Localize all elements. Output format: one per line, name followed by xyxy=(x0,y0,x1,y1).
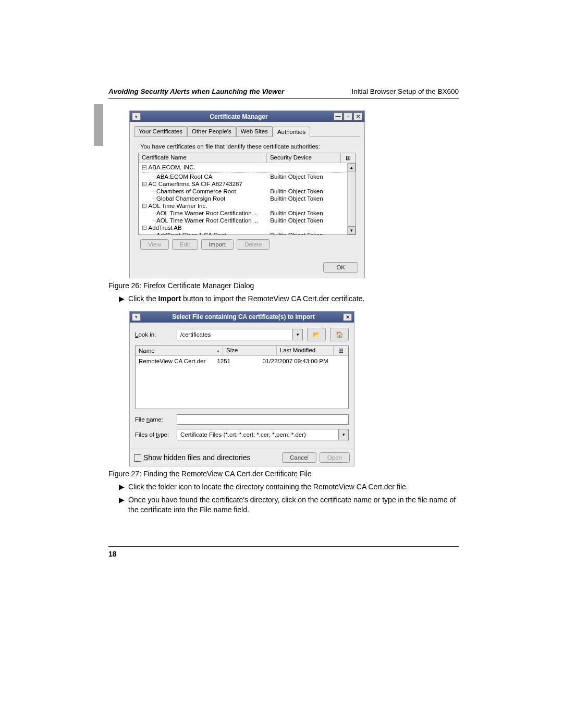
col-cert-name[interactable]: Certificate Name xyxy=(139,153,267,163)
cert-security: Builtin Object Token xyxy=(270,209,352,217)
header-left: Avoiding Security Alerts when Launching … xyxy=(108,88,284,95)
cm-title: Certificate Manager xyxy=(144,113,334,120)
close-icon[interactable]: ✕ xyxy=(353,113,362,120)
col-file-name[interactable]: Name▴ xyxy=(136,346,223,355)
col-config-icon[interactable]: ⊞ xyxy=(334,346,348,355)
home-icon: 🏠 xyxy=(336,331,343,338)
cert-name: Chambers of Commerce Root xyxy=(142,188,270,195)
sort-asc-icon: ▴ xyxy=(217,348,219,353)
page-header: Avoiding Security Alerts when Launching … xyxy=(108,88,459,99)
cm-tabs: Your Certificates Other People's Web Sit… xyxy=(134,126,360,137)
fd-title: Select File containing CA certificate(s)… xyxy=(144,313,343,320)
tab-other-peoples[interactable]: Other People's xyxy=(187,126,236,137)
bullet-icon: ▶ xyxy=(119,482,128,492)
file-open-dialog: ▾ Select File containing CA certificate(… xyxy=(129,311,354,466)
page-footer: 18 xyxy=(108,546,459,558)
view-button[interactable]: View xyxy=(140,239,169,250)
scroll-down-icon[interactable]: ▾ xyxy=(348,226,356,235)
filename-input[interactable] xyxy=(177,414,349,425)
cert-row[interactable]: AC Camerfirma SA CIF A82743287 xyxy=(139,180,356,188)
file-row[interactable]: RemoteView CA Cert.der125101/22/2007 09:… xyxy=(136,357,348,365)
file-size: 1251 xyxy=(217,357,262,365)
file-name: RemoteView CA Cert.der xyxy=(139,357,217,365)
cert-security: Builtin Object Token xyxy=(270,195,352,202)
window-menu-icon[interactable]: ▾ xyxy=(132,313,141,321)
bullet-icon: ▶ xyxy=(119,495,128,515)
cert-name: AOL Time Warner Inc. xyxy=(142,202,260,209)
window-menu-icon[interactable]: ▾ xyxy=(132,113,141,120)
filetype-value: Certificate Files (*.crt; *.cert; *.cer;… xyxy=(177,431,338,438)
show-hidden-checkbox[interactable]: Show hidden files and directories xyxy=(134,453,250,462)
figure-27-caption: Figure 27: Finding the RemoteView CA Cer… xyxy=(108,470,459,478)
cert-name: Global Chambersign Root xyxy=(142,195,270,202)
fd-titlebar: ▾ Select File containing CA certificate(… xyxy=(130,312,354,323)
cert-name: AddTrust AB xyxy=(142,224,260,231)
edit-button[interactable]: Edit xyxy=(172,239,198,250)
cert-name: ABA.ECOM, INC. xyxy=(142,164,260,171)
up-folder-button[interactable]: 📂 xyxy=(307,328,326,341)
cm-instruction: You have certificates on file that ident… xyxy=(140,143,354,150)
bullet-3-text: Once you have found the certificate's di… xyxy=(128,495,459,515)
cert-security: Builtin Object Token xyxy=(270,231,352,235)
cm-scrollbar[interactable]: ▴ ▾ xyxy=(347,163,356,235)
bullet-2-text: Click the folder icon to locate the dire… xyxy=(128,482,459,492)
file-list[interactable]: Name▴ Size Last Modified ⊞ RemoteView CA… xyxy=(135,346,349,409)
cert-row[interactable]: AOL Time Warner Root Certification ...Bu… xyxy=(139,217,356,224)
cert-row[interactable]: AOL Time Warner Inc. xyxy=(139,202,356,209)
home-button[interactable]: 🏠 xyxy=(330,328,349,341)
bullet-1-text: Click the Import button to import the Re… xyxy=(128,294,459,304)
cert-row[interactable]: AddTrust Class 1 CA RootBuiltin Object T… xyxy=(139,231,356,235)
tab-your-certificates[interactable]: Your Certificates xyxy=(134,126,187,137)
cert-row[interactable]: ABA.ECOM Root CABuiltin Object Token xyxy=(139,173,356,180)
lookin-combo[interactable]: /certificates ▾ xyxy=(177,329,303,340)
file-modified: 01/22/2007 09:43:00 PM xyxy=(263,357,345,365)
filetype-label: Files of type: xyxy=(135,431,173,438)
open-button[interactable]: Open xyxy=(320,452,350,463)
tab-authorities[interactable]: Authorities xyxy=(273,127,310,137)
cert-security xyxy=(260,164,352,171)
col-file-size[interactable]: Size xyxy=(223,346,277,355)
cert-name: AddTrust Class 1 CA Root xyxy=(142,231,270,235)
lookin-label: Look in: xyxy=(135,331,173,338)
ok-button[interactable]: OK xyxy=(323,262,358,273)
header-right: Initial Browser Setup of the BX600 xyxy=(351,88,459,95)
delete-button[interactable]: Delete xyxy=(237,239,270,250)
cert-name: AOL Time Warner Root Certification ... xyxy=(142,217,270,224)
cert-security xyxy=(260,202,352,209)
chevron-down-icon[interactable]: ▾ xyxy=(338,429,348,440)
scroll-up-icon[interactable]: ▴ xyxy=(348,163,356,171)
tab-web-sites[interactable]: Web Sites xyxy=(236,126,273,137)
col-last-modified[interactable]: Last Modified xyxy=(277,346,334,355)
maximize-icon[interactable]: ▫ xyxy=(344,113,352,120)
chevron-down-icon[interactable]: ▾ xyxy=(292,329,302,340)
filename-label: File name: xyxy=(135,416,173,423)
cert-row[interactable]: Chambers of Commerce RootBuiltin Object … xyxy=(139,188,356,195)
close-icon[interactable]: ✕ xyxy=(343,313,352,321)
cert-row[interactable]: AddTrust AB xyxy=(139,224,356,231)
cert-row[interactable]: AOL Time Warner Root Certification ...Bu… xyxy=(139,209,356,217)
figure-26-caption: Figure 26: Firefox Certificate Manager D… xyxy=(108,281,459,290)
cert-name: ABA.ECOM Root CA xyxy=(142,173,270,180)
cert-security: Builtin Object Token xyxy=(270,173,352,180)
bullet-icon: ▶ xyxy=(119,294,128,304)
cert-name: AC Camerfirma SA CIF A82743287 xyxy=(142,180,260,188)
section-marker xyxy=(94,104,103,146)
col-security-device[interactable]: Security Device xyxy=(267,153,340,163)
lookin-value: /certificates xyxy=(177,331,292,338)
cert-name: AOL Time Warner Root Certification ... xyxy=(142,209,270,217)
cancel-button[interactable]: Cancel xyxy=(282,452,316,463)
cm-titlebar: ▾ Certificate Manager — ▫ ✕ xyxy=(130,111,364,122)
cert-security: Builtin Object Token xyxy=(270,217,352,224)
cert-row[interactable]: ABA.ECOM, INC. xyxy=(139,164,356,171)
minimize-icon[interactable]: — xyxy=(334,113,342,120)
cert-row[interactable]: Global Chambersign RootBuiltin Object To… xyxy=(139,195,356,202)
col-config-icon[interactable]: ⊞ xyxy=(340,153,356,163)
folder-up-icon: 📂 xyxy=(313,331,320,338)
cert-security xyxy=(260,224,352,231)
cm-cert-list[interactable]: Certificate Name Security Device ⊞ ABA.E… xyxy=(138,153,356,235)
cert-security: Builtin Object Token xyxy=(270,188,352,195)
filetype-combo[interactable]: Certificate Files (*.crt; *.cert; *.cer;… xyxy=(177,429,349,440)
import-button[interactable]: Import xyxy=(201,239,234,250)
page-number: 18 xyxy=(108,550,117,558)
cert-security xyxy=(260,180,352,188)
